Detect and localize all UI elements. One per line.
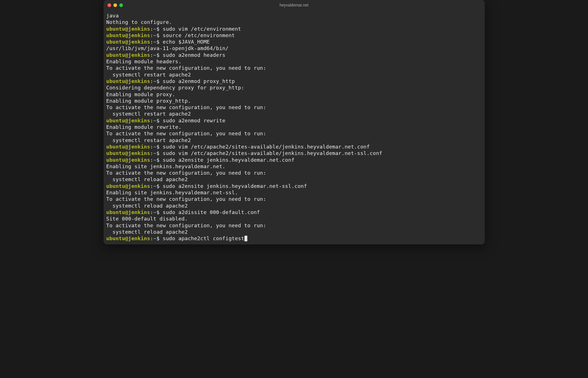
prompt-path: ~ — [153, 183, 156, 189]
prompt-path: ~ — [153, 78, 156, 84]
terminal-line: ubuntu@jenkins:~$ sudo a2ensite jenkins.… — [106, 157, 482, 163]
command-text: echo $JAVA_HOME — [163, 39, 210, 45]
prompt-path: ~ — [153, 118, 156, 123]
prompt-symbol: $ — [156, 32, 163, 38]
prompt-separator: : — [150, 26, 153, 32]
output-text: To activate the new configuration, you n… — [106, 222, 266, 228]
terminal-line: Enabling module headers. — [106, 58, 482, 65]
terminal-line: Enabling site jenkins.heyvaldemar.net. — [106, 163, 482, 170]
prompt-user-host: ubuntu@jenkins — [106, 26, 150, 32]
command-text: sudo a2ensite jenkins.heyvaldemar.net.co… — [163, 157, 294, 163]
prompt-symbol: $ — [156, 39, 163, 45]
minimize-icon[interactable] — [113, 3, 117, 7]
terminal-window: heyvaldemar.net javaNothing to configure… — [104, 0, 485, 244]
terminal-line: ubuntu@jenkins:~$ echo $JAVA_HOME — [106, 39, 482, 45]
window-title: heyvaldemar.net — [280, 3, 309, 7]
prompt-separator: : — [150, 157, 153, 163]
terminal-line: ubuntu@jenkins:~$ source /etc/environmen… — [106, 32, 482, 39]
output-text: systemctl reload apache2 — [106, 203, 188, 209]
output-text: systemctl restart apache2 — [106, 137, 191, 143]
output-text: Enabling site jenkins.heyvaldemar.net. — [106, 163, 226, 169]
terminal-line: systemctl reload apache2 — [106, 229, 482, 235]
output-text: To activate the new configuration, you n… — [106, 65, 266, 71]
terminal-line: ubuntu@jenkins:~$ sudo vim /etc/apache2/… — [106, 143, 482, 150]
prompt-separator: : — [150, 209, 153, 215]
output-text: systemctl reload apache2 — [106, 229, 188, 235]
prompt-symbol: $ — [156, 118, 163, 123]
command-text: sudo vim /etc/apache2/sites-available/je… — [163, 150, 382, 156]
prompt-separator: : — [150, 118, 153, 123]
terminal-line: java — [106, 12, 482, 19]
prompt-path: ~ — [153, 157, 156, 163]
command-text: sudo apache2ctl configtest — [163, 235, 244, 241]
output-text: Enabling module proxy. — [106, 91, 175, 97]
terminal-body[interactable]: javaNothing to configure.ubuntu@jenkins:… — [104, 10, 485, 244]
output-text: Enabling module headers. — [106, 58, 182, 64]
prompt-user-host: ubuntu@jenkins — [106, 39, 150, 45]
maximize-icon[interactable] — [119, 3, 123, 7]
terminal-line: ubuntu@jenkins:~$ sudo apache2ctl config… — [106, 235, 482, 242]
prompt-path: ~ — [153, 39, 156, 45]
prompt-symbol: $ — [156, 235, 163, 241]
prompt-symbol: $ — [156, 209, 163, 215]
command-text: sudo a2enmod rewrite — [163, 118, 225, 123]
terminal-line: ubuntu@jenkins:~$ sudo a2enmod headers — [106, 52, 482, 58]
terminal-line: ubuntu@jenkins:~$ sudo a2ensite jenkins.… — [106, 183, 482, 189]
terminal-line: To activate the new configuration, you n… — [106, 222, 482, 229]
terminal-line: systemctl restart apache2 — [106, 137, 482, 143]
output-text: To activate the new configuration, you n… — [106, 104, 266, 110]
terminal-line: To activate the new configuration, you n… — [106, 130, 482, 137]
prompt-separator: : — [150, 144, 153, 150]
output-text: Site 000-default disabled. — [106, 216, 188, 222]
output-text: java — [106, 13, 119, 19]
terminal-line: Considering dependency proxy for proxy_h… — [106, 84, 482, 91]
prompt-path: ~ — [153, 52, 156, 58]
prompt-separator: : — [150, 52, 153, 58]
prompt-symbol: $ — [156, 78, 163, 84]
command-text: sudo a2enmod headers — [163, 52, 225, 58]
prompt-path: ~ — [153, 209, 156, 215]
command-text: source /etc/environment — [163, 32, 235, 38]
output-text: systemctl reload apache2 — [106, 176, 188, 182]
command-text: sudo vim /etc/environment — [163, 26, 241, 32]
terminal-line: Enabling module proxy. — [106, 91, 482, 98]
terminal-line: ubuntu@jenkins:~$ sudo a2enmod proxy_htt… — [106, 78, 482, 84]
prompt-separator: : — [150, 39, 153, 45]
prompt-user-host: ubuntu@jenkins — [106, 183, 150, 189]
prompt-symbol: $ — [156, 52, 163, 58]
output-text: systemctl restart apache2 — [106, 111, 191, 117]
prompt-path: ~ — [153, 150, 156, 156]
prompt-user-host: ubuntu@jenkins — [106, 78, 150, 84]
prompt-separator: : — [150, 32, 153, 38]
prompt-separator: : — [150, 183, 153, 189]
titlebar[interactable]: heyvaldemar.net — [104, 0, 485, 10]
output-text: To activate the new configuration, you n… — [106, 170, 266, 176]
prompt-user-host: ubuntu@jenkins — [106, 52, 150, 58]
command-text: sudo vim /etc/apache2/sites-available/je… — [163, 144, 370, 150]
prompt-path: ~ — [153, 32, 156, 38]
terminal-line: Enabling site jenkins.heyvaldemar.net-ss… — [106, 189, 482, 196]
prompt-separator: : — [150, 78, 153, 84]
terminal-line: Nothing to configure. — [106, 19, 482, 25]
output-text: Enabling module rewrite. — [106, 124, 182, 130]
terminal-line: ubuntu@jenkins:~$ sudo a2dissite 000-def… — [106, 209, 482, 215]
terminal-line: ubuntu@jenkins:~$ sudo a2enmod rewrite — [106, 117, 482, 124]
prompt-symbol: $ — [156, 26, 163, 32]
output-text: To activate the new configuration, you n… — [106, 196, 266, 202]
output-text: Enabling module proxy_http. — [106, 98, 191, 104]
output-text: Enabling site jenkins.heyvaldemar.net-ss… — [106, 190, 238, 195]
command-text: sudo a2enmod proxy_http — [163, 78, 235, 84]
terminal-line: systemctl reload apache2 — [106, 176, 482, 183]
terminal-line: systemctl restart apache2 — [106, 71, 482, 78]
prompt-path: ~ — [153, 26, 156, 32]
prompt-user-host: ubuntu@jenkins — [106, 235, 150, 241]
prompt-symbol: $ — [156, 183, 163, 189]
output-text: Nothing to configure. — [106, 19, 172, 25]
terminal-line: ubuntu@jenkins:~$ sudo vim /etc/environm… — [106, 26, 482, 32]
prompt-path: ~ — [153, 235, 156, 241]
prompt-path: ~ — [153, 144, 156, 150]
close-icon[interactable] — [107, 3, 111, 7]
command-text: sudo a2ensite jenkins.heyvaldemar.net-ss… — [163, 183, 307, 189]
cursor-icon — [244, 236, 247, 241]
terminal-line: To activate the new configuration, you n… — [106, 65, 482, 71]
